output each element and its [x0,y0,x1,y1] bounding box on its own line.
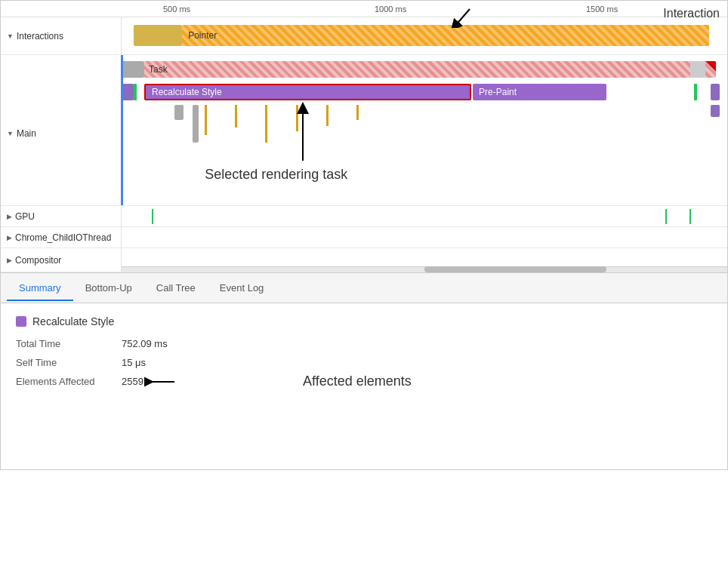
pointer-label: Pointer [188,30,217,41]
total-time-label: Total Time [16,338,122,349]
yellow-bar-6 [356,105,359,120]
tab-call-tree[interactable]: Call Tree [144,276,208,301]
elements-arrow [144,373,295,391]
task-block: Task [144,61,716,78]
gpu-green-3 [689,209,691,224]
selected-annotation: Selected rendering task [205,167,347,183]
interactions-track: Pointer Interaction [122,17,727,55]
elements-label: Elements Affected [16,376,122,387]
pointer-bar: Pointer [182,25,709,46]
affected-annotation: Affected elements [303,374,412,389]
selected-arrow [265,100,356,168]
chrome-child-row: ▶ Chrome_ChildIOThread [1,227,727,248]
total-time-row: Total Time 752.09 ms [16,338,712,349]
tab-summary[interactable]: Summary [7,276,73,301]
recalculate-style-bar[interactable]: Recalculate Style [144,84,471,100]
event-name: Recalculate Style [32,315,114,327]
time-ruler: 500 ms 1000 ms 1500 ms [1,1,727,17]
gpu-row: ▶ GPU [1,206,727,227]
interactions-triangle: ▼ [7,32,14,40]
tab-event-log[interactable]: Event Log [208,276,276,301]
compositor-label: ▶ Compositor [1,248,122,272]
self-time-value: 15 μs [122,357,146,368]
time-label-500: 500 ms [163,5,190,14]
yellow-bar-3 [265,105,267,143]
compositor-row: ▶ Compositor [1,248,727,272]
summary-event-title: Recalculate Style [16,315,712,327]
gpu-green-1 [152,209,153,224]
purple-small-br [711,105,720,117]
gray-sub-2 [193,105,199,143]
elements-row: Elements Affected 2559 Affected elements [16,376,712,387]
chrome-child-track [122,227,727,248]
main-track: Task Recalculate Style Pre-Paint [122,55,727,206]
main-row: ▼ Main Task [1,55,727,206]
gpu-label: ▶ GPU [1,206,122,226]
task-red-corner [705,61,716,72]
interaction-annotation: Interaction [663,7,720,20]
yellow-bar-5 [326,105,329,126]
scrollbar-thumb[interactable] [424,266,606,272]
main-label: ▼ Main [1,55,122,205]
yellow-bar-2 [235,105,237,128]
recalculate-label: Recalculate Style [152,87,222,97]
gpu-triangle: ▶ [7,213,12,220]
compositor-triangle: ▶ [7,257,12,264]
interaction-yellow-block [134,25,182,46]
yellow-bar-4 [296,105,298,131]
gray-sub-1 [174,105,184,120]
elements-value: 2559 [122,376,143,387]
main-triangle: ▼ [7,130,14,137]
interactions-label: ▼ Interactions [1,17,122,54]
devtools-panel: 500 ms 1000 ms 1500 ms ▼ Interactions Po… [0,0,728,470]
interactions-row: ▼ Interactions Pointer [1,17,727,55]
task-label: Task [149,64,168,75]
time-label-1500: 1500 ms [586,5,618,14]
event-color-swatch [16,316,26,327]
interaction-arrow [424,5,485,28]
summary-panel: Recalculate Style Total Time 752.09 ms S… [1,303,727,469]
task-gray-right [690,61,705,78]
self-time-label: Self Time [16,357,122,368]
blue-border [121,55,123,205]
tab-bottom-up[interactable]: Bottom-Up [73,276,144,301]
yellow-bar-1 [205,105,207,135]
purple-small-right [711,84,720,100]
chrome-triangle: ▶ [7,234,12,241]
pre-paint-label: Pre-Paint [479,87,517,97]
chrome-child-label: ▶ Chrome_ChildIOThread [1,227,122,247]
total-time-value: 752.09 ms [122,338,168,349]
time-label-1000: 1000 ms [375,5,406,14]
compositor-track [122,248,727,272]
gray-block-1 [122,61,144,78]
gpu-track [122,206,727,227]
pre-paint-bar: Pre-Paint [473,84,606,100]
purple-small-1 [122,84,134,100]
task-stripes [144,61,716,78]
svg-line-0 [455,9,470,26]
self-time-row: Self Time 15 μs [16,357,712,368]
green-bar-2 [694,84,697,100]
green-bar-1 [134,84,137,100]
pointer-bar-stripes [182,25,709,46]
gpu-green-2 [665,209,667,224]
tabs-bar: Summary Bottom-Up Call Tree Event Log [1,273,727,303]
timeline-area: 500 ms 1000 ms 1500 ms ▼ Interactions Po… [1,1,727,273]
